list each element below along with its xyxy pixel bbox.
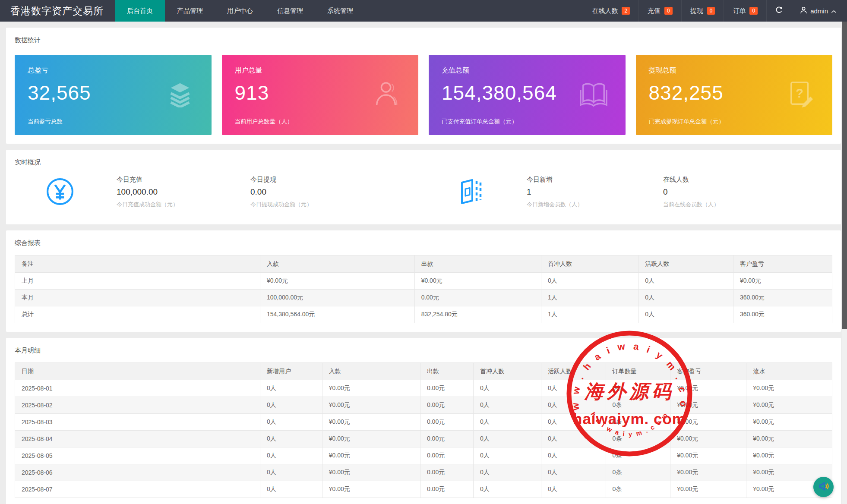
table-cell: 上月 [15, 273, 260, 290]
table-cell: 0人 [473, 464, 541, 481]
table-cell: ¥0.00元 [670, 481, 746, 498]
table-cell: ¥0.00元 [414, 273, 541, 290]
month-detail-table: 日期新增用户入款出款首冲人数活跃人数订单数量客户盈亏流水2025-08-010人… [15, 362, 832, 498]
realtime-value: 1 [527, 187, 583, 197]
table-cell: ¥0.00元 [746, 414, 832, 431]
table-cell: 0条 [606, 380, 670, 397]
table-cell: 2025-08-03 [15, 414, 260, 431]
table-cell: 0.00元 [420, 380, 473, 397]
table-cell: ¥0.00元 [746, 447, 832, 464]
stat-cards-row: 总盈亏 32,565 当前盈亏总数 用户总量 913 当前用户总数量（人） 充值… [15, 55, 832, 135]
table-row: 2025-08-060人¥0.00元0.00元0人0人0条¥0.00元¥0.00… [15, 464, 832, 481]
page-content: 数据统计 总盈亏 32,565 当前盈亏总数 用户总量 913 当前用户总数量（… [0, 22, 847, 504]
stat-card-total-users: 用户总量 913 当前用户总数量（人） [222, 55, 419, 135]
table-header-row: 日期新增用户入款出款首冲人数活跃人数订单数量客户盈亏流水 [15, 363, 832, 380]
withdraw-badge: 0 [707, 7, 715, 15]
stats-panel: 数据统计 总盈亏 32,565 当前盈亏总数 用户总量 913 当前用户总数量（… [6, 28, 841, 144]
table-cell: 0条 [606, 431, 670, 447]
stat-card-label: 充值总额 [442, 66, 613, 75]
table-cell: 0人 [541, 431, 606, 447]
realtime-item-online: 在线人数 0 当前在线会员数（人） [663, 176, 719, 208]
realtime-label: 今日新增 [527, 176, 583, 184]
table-cell: 0人 [638, 290, 733, 306]
recharge-label: 充值 [648, 7, 661, 15]
table-row: 2025-08-010人¥0.00元0.00元0人0人0条¥0.00元¥0.00… [15, 380, 832, 397]
table-cell: 0人 [541, 397, 606, 414]
vertical-scrollbar[interactable] [842, 22, 847, 504]
table-cell: ¥0.00元 [733, 273, 832, 290]
column-header: 首冲人数 [473, 363, 541, 380]
realtime-value: 0 [663, 187, 719, 197]
orders-item[interactable]: 订单 0 [724, 0, 766, 22]
month-detail-title: 本月明细 [15, 346, 832, 355]
orders-badge: 0 [749, 7, 758, 15]
table-cell: 0人 [473, 431, 541, 447]
realtime-caption: 今日提现成功金额（元） [250, 201, 312, 208]
table-cell: 1人 [541, 306, 638, 323]
refresh-icon [775, 6, 783, 16]
nav-tab-products[interactable]: 产品管理 [165, 0, 215, 22]
column-header: 首冲人数 [541, 255, 638, 273]
table-cell: 0.00元 [420, 464, 473, 481]
nav-tab-info[interactable]: 信息管理 [265, 0, 315, 22]
column-header: 流水 [746, 363, 832, 380]
nav-tab-dashboard[interactable]: 后台首页 [115, 0, 165, 22]
table-cell: 154,380,564.00元 [260, 306, 414, 323]
table-cell: 0人 [638, 273, 733, 290]
table-cell: 0条 [606, 447, 670, 464]
table-cell: 360.00元 [733, 290, 832, 306]
realtime-item-new-today: 今日新增 1 今日新增会员数（人） [527, 176, 583, 208]
stat-card-caption: 已完成提现订单总金额（元） [649, 118, 725, 126]
table-cell: 0条 [606, 464, 670, 481]
refresh-button[interactable] [766, 0, 792, 22]
table-cell: 0人 [473, 447, 541, 464]
table-cell: 0.00元 [420, 431, 473, 447]
stat-card-label: 总盈亏 [28, 66, 199, 75]
realtime-label: 今日充值 [117, 176, 178, 184]
column-header: 出款 [414, 255, 541, 273]
username: admin [810, 7, 828, 15]
table-cell: 0.00元 [420, 414, 473, 431]
table-cell: 总计 [15, 306, 260, 323]
scrollbar-thumb[interactable] [842, 22, 847, 329]
stat-card-caption: 当前盈亏总数 [28, 118, 63, 126]
user-menu[interactable]: admin [792, 0, 847, 22]
table-cell: 0.00元 [420, 447, 473, 464]
speaker-icon [818, 480, 830, 494]
column-header: 日期 [15, 363, 260, 380]
summary-report-title: 综合报表 [15, 239, 832, 247]
column-header: 客户盈亏 [670, 363, 746, 380]
withdraw-item[interactable]: 提现 0 [681, 0, 724, 22]
table-cell: 100,000.00元 [260, 290, 414, 306]
nav-tab-system[interactable]: 系统管理 [315, 0, 365, 22]
online-count-item[interactable]: 在线人数 2 [583, 0, 638, 22]
summary-report-panel: 综合报表 备注入款出款首冲人数活跃人数客户盈亏上月¥0.00元¥0.00元0人0… [6, 230, 841, 332]
table-cell: 2025-08-05 [15, 447, 260, 464]
sound-float-button[interactable] [813, 477, 834, 497]
column-header: 入款 [322, 363, 420, 380]
table-cell: ¥0.00元 [670, 397, 746, 414]
table-cell: 0人 [473, 380, 541, 397]
svg-text:?: ? [796, 86, 803, 100]
table-cell: 0人 [541, 447, 606, 464]
realtime-panel: 实时概况 今日充值 100,000.00 今日充值成功金额（元） 今日提现 0.… [6, 150, 841, 224]
table-row: 本月100,000.00元0.00元1人0人360.00元 [15, 290, 832, 306]
recharge-item[interactable]: 充值 0 [638, 0, 681, 22]
table-cell: 1人 [541, 290, 638, 306]
table-cell: 0人 [260, 447, 322, 464]
nav-tab-users[interactable]: 用户中心 [215, 0, 265, 22]
table-cell: ¥0.00元 [322, 380, 420, 397]
table-cell: 0人 [541, 481, 606, 498]
table-cell: ¥0.00元 [260, 273, 414, 290]
table-row: 2025-08-020人¥0.00元0.00元0人0人0条¥0.00元¥0.00… [15, 397, 832, 414]
realtime-value: 100,000.00 [117, 187, 178, 197]
realtime-caption: 今日新增会员数（人） [527, 201, 583, 208]
table-cell: ¥0.00元 [670, 414, 746, 431]
realtime-label: 今日提现 [250, 176, 312, 184]
table-cell: 0人 [473, 397, 541, 414]
document-question-icon: ? [788, 81, 814, 109]
table-cell: ¥0.00元 [322, 481, 420, 498]
table-header-row: 备注入款出款首冲人数活跃人数客户盈亏 [15, 255, 832, 273]
column-header: 入款 [260, 255, 414, 273]
table-cell: ¥0.00元 [670, 464, 746, 481]
